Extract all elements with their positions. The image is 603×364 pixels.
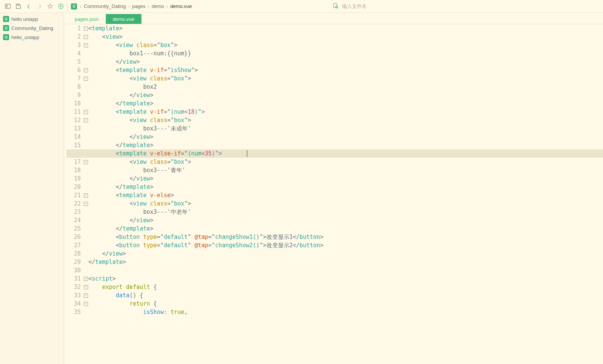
fold-toggle-icon[interactable]: − — [84, 285, 88, 289]
sidebar-item-label: hello_uniapp — [11, 35, 39, 40]
line-number[interactable]: 12 — [64, 116, 81, 124]
fold-marker[interactable]: − — [83, 275, 88, 283]
fold-marker[interactable]: − — [83, 199, 88, 208]
fold-toggle-icon[interactable]: − — [84, 193, 88, 198]
line-number[interactable]: 7 — [64, 74, 81, 83]
line-number[interactable]: 14 — [64, 133, 81, 141]
fold-toggle-icon[interactable]: − — [84, 277, 88, 281]
save-icon[interactable] — [13, 1, 24, 12]
line-number[interactable]: 27 — [64, 241, 81, 249]
fold-marker — [83, 91, 88, 99]
sidebar-item-label: hello uniapp — [11, 16, 38, 22]
fold-marker — [83, 233, 88, 241]
fold-toggle-icon[interactable]: − — [84, 77, 88, 81]
fold-toggle-icon[interactable]: − — [84, 68, 88, 72]
fold-marker[interactable]: − — [83, 24, 88, 33]
code-text[interactable]: <template> <view> <view class="box"> box… — [88, 24, 603, 316]
chevron-right-icon: › — [128, 3, 130, 9]
line-number[interactable]: 23 — [64, 208, 81, 216]
fold-toggle-icon[interactable]: − — [84, 27, 88, 31]
line-number[interactable]: 13 — [64, 124, 81, 133]
fold-marker[interactable]: − — [83, 300, 88, 308]
line-number[interactable]: 35 — [64, 308, 81, 316]
line-number[interactable]: 24 — [64, 216, 81, 224]
fold-toggle-icon[interactable]: − — [84, 293, 88, 298]
fold-toggle-icon[interactable]: − — [84, 35, 88, 39]
file-search-input[interactable] — [341, 3, 404, 9]
line-number-gutter[interactable]: 1234567891011121314151617181920212223242… — [64, 24, 83, 364]
fold-gutter[interactable]: −−−−−−−−−−−−−−− — [83, 24, 88, 364]
line-number[interactable]: 32 — [64, 283, 81, 291]
breadcrumb-item[interactable]: Community_Dating — [84, 3, 126, 9]
line-number[interactable]: 26 — [64, 233, 81, 241]
fold-marker[interactable]: − — [83, 116, 88, 124]
line-number[interactable]: 2 — [64, 33, 81, 41]
line-number[interactable]: 25 — [64, 224, 81, 233]
breadcrumb-item[interactable]: demo — [152, 3, 164, 9]
nav-forward-icon[interactable] — [34, 1, 45, 12]
fold-marker[interactable]: − — [83, 158, 88, 166]
breadcrumb-item[interactable]: pages — [132, 3, 145, 9]
fold-marker[interactable]: − — [83, 108, 88, 116]
line-number[interactable]: 4 — [64, 49, 81, 58]
line-number[interactable]: 3 — [64, 41, 81, 49]
fold-marker — [83, 241, 88, 249]
fold-toggle-icon[interactable]: − — [84, 202, 88, 206]
fold-toggle-icon[interactable]: − — [84, 160, 88, 164]
breadcrumb[interactable]: U › Community_Dating › pages › demo › de… — [71, 3, 192, 9]
fold-marker — [83, 224, 88, 233]
nav-back-icon[interactable] — [24, 1, 34, 12]
project-sidebar[interactable]: U hello uniapp U Community_Dating U hell… — [0, 13, 64, 364]
line-number[interactable]: 33 — [64, 291, 81, 300]
fold-marker[interactable]: − — [83, 41, 88, 49]
fold-toggle-icon[interactable]: − — [84, 118, 88, 122]
line-number[interactable]: 30 — [64, 266, 81, 275]
line-number[interactable]: 8 — [64, 83, 81, 91]
line-number[interactable]: 18 — [64, 166, 81, 174]
fold-marker[interactable]: − — [83, 33, 88, 41]
fold-marker[interactable]: − — [83, 74, 88, 83]
line-number[interactable]: 1 — [64, 24, 81, 33]
breadcrumb-item[interactable]: demo.vue — [170, 3, 192, 9]
line-number[interactable]: 5 — [64, 58, 81, 66]
line-number[interactable]: 15 — [64, 141, 81, 149]
line-number[interactable]: 21 — [64, 191, 81, 199]
line-number[interactable]: 6 — [64, 66, 81, 74]
fold-toggle-icon[interactable]: − — [84, 110, 88, 114]
line-number[interactable]: 9 — [64, 91, 81, 99]
line-number[interactable]: 28 — [64, 249, 81, 258]
fold-marker[interactable]: − — [83, 66, 88, 74]
fold-marker — [83, 266, 88, 275]
line-number[interactable]: 29 — [64, 258, 81, 266]
code-editor[interactable]: 1234567891011121314151617181920212223242… — [64, 24, 603, 364]
line-number[interactable]: 34 — [64, 300, 81, 308]
line-number[interactable]: 20 — [64, 183, 81, 191]
line-number[interactable]: 11 — [64, 108, 81, 116]
line-number[interactable]: 22 — [64, 199, 81, 208]
line-number[interactable]: 10 — [64, 99, 81, 108]
sidebar-item[interactable]: U hello_uniapp — [0, 33, 64, 42]
fold-marker — [83, 308, 88, 316]
fold-toggle-icon[interactable]: − — [84, 43, 88, 47]
fold-marker — [83, 141, 88, 149]
code-content[interactable]: <template> <view> <view class="box"> box… — [88, 24, 603, 364]
run-icon[interactable] — [55, 1, 66, 12]
svg-line-8 — [337, 8, 338, 8]
sidebar-item[interactable]: U hello uniapp — [0, 14, 64, 24]
fold-marker[interactable]: − — [83, 283, 88, 291]
tab-demo-vue[interactable]: demo.vue — [106, 14, 141, 24]
fold-marker[interactable]: − — [83, 291, 88, 300]
fold-toggle-icon[interactable]: − — [84, 302, 88, 306]
line-number[interactable]: 31 — [64, 275, 81, 283]
tab-pages-json[interactable]: pages.json — [68, 14, 106, 24]
sidebar-item[interactable]: U Community_Dating — [0, 24, 64, 33]
line-number[interactable]: 17 — [64, 158, 81, 166]
star-icon[interactable] — [45, 1, 55, 12]
svg-marker-3 — [47, 4, 52, 8]
sidebar-item-label: Community_Dating — [11, 25, 53, 31]
panel-toggle-icon[interactable] — [2, 1, 13, 12]
chevron-right-icon: › — [166, 3, 168, 9]
fold-marker[interactable]: − — [83, 191, 88, 199]
line-number[interactable]: 19 — [64, 174, 81, 183]
file-search[interactable] — [333, 3, 404, 10]
